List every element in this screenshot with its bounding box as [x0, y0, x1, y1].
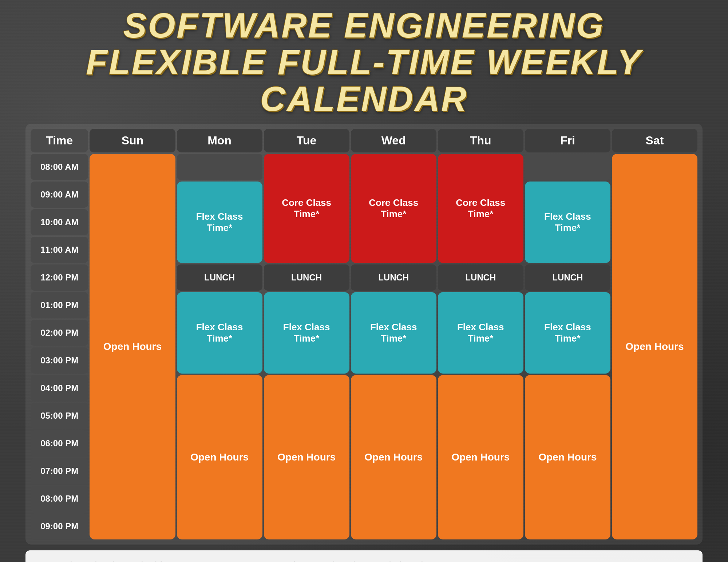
time-1100: 11:00 AM	[31, 237, 88, 263]
mon-0800	[177, 154, 262, 180]
fri-open-eve: Open Hours	[525, 375, 610, 539]
header-row: Time Sun Mon Tue Wed Thu Fri Sat	[31, 129, 697, 152]
tue-core: Core ClassTime*	[264, 154, 349, 263]
table-row: 08:00 AM Open Hours Core ClassTime* Core…	[31, 154, 697, 180]
wed-core: Core ClassTime*	[351, 154, 436, 263]
tue-flex-pm: Flex ClassTime*	[264, 292, 349, 374]
title-line1: Software Engineering	[25, 7, 703, 44]
thu-open-eve: Open Hours	[438, 375, 523, 539]
calendar-wrapper: Time Sun Mon Tue Wed Thu Fri Sat 08:00 A…	[25, 124, 703, 545]
thu-core: Core ClassTime*	[438, 154, 523, 263]
time-0800: 08:00 AM	[31, 154, 88, 180]
thu-flex-pm: Flex ClassTime*	[438, 292, 523, 374]
wed-open-eve: Open Hours	[351, 375, 436, 539]
title-line2: Flexible Full-Time Weekly Calendar	[25, 44, 703, 117]
thu-lunch: LUNCH	[438, 264, 523, 291]
time-2100: 09:00 PM	[31, 513, 88, 539]
sun-0800: Open Hours	[90, 154, 175, 539]
title-section: Software Engineering Flexible Full-Time …	[25, 7, 703, 117]
header-mon: Mon	[177, 129, 262, 152]
page-container: Software Engineering Flexible Full-Time …	[25, 0, 703, 562]
header-tue: Tue	[264, 129, 349, 152]
footer-note-1: *Core Class Time is required from 8 a.m.…	[36, 558, 692, 562]
time-1200: 12:00 PM	[31, 264, 88, 291]
tue-open-eve: Open Hours	[264, 375, 349, 539]
calendar-table: Time Sun Mon Tue Wed Thu Fri Sat 08:00 A…	[29, 127, 699, 541]
header-sat: Sat	[612, 129, 697, 152]
mon-open-eve: Open Hours	[177, 375, 262, 539]
time-1400: 02:00 PM	[31, 320, 88, 346]
mon-flex-am: Flex ClassTime*	[177, 182, 262, 263]
time-1000: 10:00 AM	[31, 209, 88, 235]
wed-lunch: LUNCH	[351, 264, 436, 291]
header-fri: Fri	[525, 129, 610, 152]
mon-flex-pm: Flex ClassTime*	[177, 292, 262, 374]
time-1700: 05:00 PM	[31, 403, 88, 429]
time-1900: 07:00 PM	[31, 458, 88, 484]
fri-flex-am: Flex ClassTime*	[525, 182, 610, 263]
tue-lunch: LUNCH	[264, 264, 349, 291]
footer-note: *Core Class Time is required from 8 a.m.…	[25, 550, 703, 562]
header-time: Time	[31, 129, 88, 152]
time-1600: 04:00 PM	[31, 375, 88, 401]
time-0900: 09:00 AM	[31, 182, 88, 208]
time-1300: 01:00 PM	[31, 292, 88, 318]
time-1800: 06:00 PM	[31, 430, 88, 457]
time-1500: 03:00 PM	[31, 347, 88, 374]
header-sun: Sun	[90, 129, 175, 152]
header-thu: Thu	[438, 129, 523, 152]
time-2000: 08:00 PM	[31, 486, 88, 512]
header-wed: Wed	[351, 129, 436, 152]
sat-0800: Open Hours	[612, 154, 697, 539]
fri-0800	[525, 154, 610, 180]
wed-flex-pm: Flex ClassTime*	[351, 292, 436, 374]
mon-lunch: LUNCH	[177, 264, 262, 291]
fri-flex-pm: Flex ClassTime*	[525, 292, 610, 374]
fri-lunch: LUNCH	[525, 264, 610, 291]
